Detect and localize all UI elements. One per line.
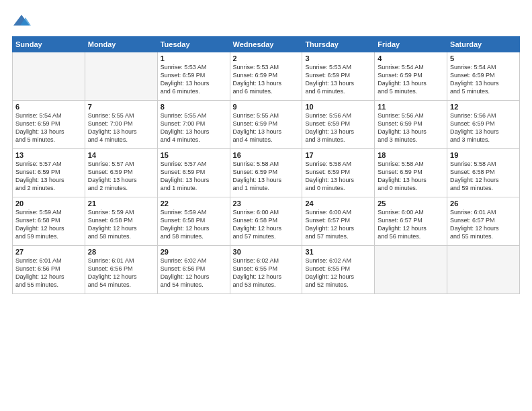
calendar-cell: 10Sunrise: 5:56 AM Sunset: 6:59 PM Dayli…	[302, 101, 375, 149]
day-info: Sunrise: 5:59 AM Sunset: 6:58 PM Dayligh…	[15, 208, 82, 241]
calendar-cell: 7Sunrise: 5:55 AM Sunset: 7:00 PM Daylig…	[85, 101, 157, 149]
day-number: 3	[305, 54, 371, 62]
day-info: Sunrise: 5:55 AM Sunset: 7:00 PM Dayligh…	[88, 111, 154, 144]
day-info: Sunrise: 6:01 AM Sunset: 6:56 PM Dayligh…	[15, 257, 82, 289]
day-info: Sunrise: 5:58 AM Sunset: 6:59 PM Dayligh…	[233, 160, 300, 193]
calendar-cell: 27Sunrise: 6:01 AM Sunset: 6:56 PM Dayli…	[13, 246, 85, 294]
calendar-week-1: 1Sunrise: 5:53 AM Sunset: 6:59 PM Daylig…	[13, 52, 520, 101]
day-number: 13	[15, 151, 82, 159]
day-info: Sunrise: 6:00 AM Sunset: 6:57 PM Dayligh…	[305, 208, 371, 241]
day-info: Sunrise: 5:55 AM Sunset: 7:00 PM Dayligh…	[161, 111, 227, 144]
calendar-cell: 21Sunrise: 5:59 AM Sunset: 6:58 PM Dayli…	[85, 197, 157, 246]
day-number: 9	[233, 103, 300, 111]
day-number: 31	[305, 248, 371, 256]
calendar-week-3: 13Sunrise: 5:57 AM Sunset: 6:59 PM Dayli…	[13, 149, 520, 197]
day-number: 20	[15, 199, 82, 208]
calendar-cell: 22Sunrise: 5:59 AM Sunset: 6:58 PM Dayli…	[157, 197, 230, 246]
calendar-cell: 12Sunrise: 5:56 AM Sunset: 6:59 PM Dayli…	[447, 101, 520, 149]
calendar-cell: 2Sunrise: 5:53 AM Sunset: 6:59 PM Daylig…	[230, 52, 302, 101]
day-number: 17	[305, 151, 371, 159]
day-number: 25	[378, 199, 444, 208]
day-number: 24	[305, 199, 371, 208]
day-info: Sunrise: 5:59 AM Sunset: 6:58 PM Dayligh…	[88, 208, 154, 241]
calendar-header-thursday: Thursday	[302, 37, 375, 52]
calendar-header-row: SundayMondayTuesdayWednesdayThursdayFrid…	[13, 37, 520, 52]
calendar-header-sunday: Sunday	[13, 37, 85, 52]
calendar-cell: 4Sunrise: 5:54 AM Sunset: 6:59 PM Daylig…	[375, 52, 447, 101]
day-number: 4	[378, 54, 444, 62]
day-number: 30	[233, 248, 300, 256]
calendar: SundayMondayTuesdayWednesdayThursdayFrid…	[12, 36, 520, 294]
calendar-header-monday: Monday	[85, 37, 157, 52]
calendar-cell: 23Sunrise: 6:00 AM Sunset: 6:58 PM Dayli…	[230, 197, 302, 246]
calendar-cell: 17Sunrise: 5:58 AM Sunset: 6:59 PM Dayli…	[302, 149, 375, 197]
calendar-cell: 8Sunrise: 5:55 AM Sunset: 7:00 PM Daylig…	[157, 101, 230, 149]
logo	[12, 12, 34, 31]
calendar-header-wednesday: Wednesday	[230, 37, 302, 52]
day-number: 7	[88, 103, 154, 111]
day-info: Sunrise: 5:54 AM Sunset: 6:59 PM Dayligh…	[378, 63, 444, 96]
day-info: Sunrise: 5:54 AM Sunset: 6:59 PM Dayligh…	[450, 63, 517, 96]
day-number: 14	[88, 151, 154, 159]
day-info: Sunrise: 5:53 AM Sunset: 6:59 PM Dayligh…	[161, 63, 227, 96]
calendar-cell	[13, 52, 85, 101]
day-info: Sunrise: 5:56 AM Sunset: 6:59 PM Dayligh…	[450, 111, 517, 144]
day-number: 12	[450, 103, 517, 111]
day-number: 27	[15, 248, 82, 256]
calendar-cell: 24Sunrise: 6:00 AM Sunset: 6:57 PM Dayli…	[302, 197, 375, 246]
calendar-header-tuesday: Tuesday	[157, 37, 230, 52]
calendar-cell: 5Sunrise: 5:54 AM Sunset: 6:59 PM Daylig…	[447, 52, 520, 101]
calendar-cell: 9Sunrise: 5:55 AM Sunset: 6:59 PM Daylig…	[230, 101, 302, 149]
day-info: Sunrise: 5:53 AM Sunset: 6:59 PM Dayligh…	[233, 63, 300, 96]
day-number: 21	[88, 199, 154, 208]
day-number: 1	[161, 54, 227, 62]
day-number: 2	[233, 54, 300, 62]
calendar-cell: 26Sunrise: 6:01 AM Sunset: 6:57 PM Dayli…	[447, 197, 520, 246]
day-number: 28	[88, 248, 154, 256]
calendar-cell: 25Sunrise: 6:00 AM Sunset: 6:57 PM Dayli…	[375, 197, 447, 246]
day-info: Sunrise: 6:02 AM Sunset: 6:56 PM Dayligh…	[161, 257, 227, 289]
day-info: Sunrise: 5:53 AM Sunset: 6:59 PM Dayligh…	[305, 63, 371, 96]
day-number: 29	[161, 248, 227, 256]
calendar-header-friday: Friday	[375, 37, 447, 52]
calendar-cell: 15Sunrise: 5:57 AM Sunset: 6:59 PM Dayli…	[157, 149, 230, 197]
day-number: 10	[305, 103, 371, 111]
calendar-cell	[375, 246, 447, 294]
calendar-cell: 11Sunrise: 5:56 AM Sunset: 6:59 PM Dayli…	[375, 101, 447, 149]
calendar-cell: 31Sunrise: 6:02 AM Sunset: 6:55 PM Dayli…	[302, 246, 375, 294]
calendar-cell: 6Sunrise: 5:54 AM Sunset: 6:59 PM Daylig…	[13, 101, 85, 149]
day-number: 11	[378, 103, 444, 111]
day-number: 19	[450, 151, 517, 159]
calendar-week-4: 20Sunrise: 5:59 AM Sunset: 6:58 PM Dayli…	[13, 197, 520, 246]
calendar-week-5: 27Sunrise: 6:01 AM Sunset: 6:56 PM Dayli…	[13, 246, 520, 294]
day-info: Sunrise: 5:57 AM Sunset: 6:59 PM Dayligh…	[161, 160, 227, 193]
day-info: Sunrise: 5:57 AM Sunset: 6:59 PM Dayligh…	[88, 160, 154, 193]
calendar-cell: 13Sunrise: 5:57 AM Sunset: 6:59 PM Dayli…	[13, 149, 85, 197]
day-info: Sunrise: 6:02 AM Sunset: 6:55 PM Dayligh…	[233, 257, 300, 289]
day-number: 16	[233, 151, 300, 159]
calendar-cell: 28Sunrise: 6:01 AM Sunset: 6:56 PM Dayli…	[85, 246, 157, 294]
day-number: 6	[15, 103, 82, 111]
day-info: Sunrise: 5:56 AM Sunset: 6:59 PM Dayligh…	[305, 111, 371, 144]
day-number: 8	[161, 103, 227, 111]
calendar-cell: 1Sunrise: 5:53 AM Sunset: 6:59 PM Daylig…	[157, 52, 230, 101]
day-info: Sunrise: 5:58 AM Sunset: 6:59 PM Dayligh…	[378, 160, 444, 193]
calendar-cell: 19Sunrise: 5:58 AM Sunset: 6:58 PM Dayli…	[447, 149, 520, 197]
logo-icon	[12, 12, 31, 31]
day-info: Sunrise: 6:00 AM Sunset: 6:58 PM Dayligh…	[233, 208, 300, 241]
calendar-cell: 16Sunrise: 5:58 AM Sunset: 6:59 PM Dayli…	[230, 149, 302, 197]
day-info: Sunrise: 5:54 AM Sunset: 6:59 PM Dayligh…	[15, 111, 82, 144]
calendar-cell	[447, 246, 520, 294]
day-number: 18	[378, 151, 444, 159]
calendar-header-saturday: Saturday	[447, 37, 520, 52]
day-number: 5	[450, 54, 517, 62]
day-number: 26	[450, 199, 517, 208]
calendar-cell: 29Sunrise: 6:02 AM Sunset: 6:56 PM Dayli…	[157, 246, 230, 294]
calendar-body: 1Sunrise: 5:53 AM Sunset: 6:59 PM Daylig…	[13, 52, 520, 294]
calendar-week-2: 6Sunrise: 5:54 AM Sunset: 6:59 PM Daylig…	[13, 101, 520, 149]
calendar-cell: 30Sunrise: 6:02 AM Sunset: 6:55 PM Dayli…	[230, 246, 302, 294]
calendar-cell: 3Sunrise: 5:53 AM Sunset: 6:59 PM Daylig…	[302, 52, 375, 101]
day-info: Sunrise: 5:59 AM Sunset: 6:58 PM Dayligh…	[161, 208, 227, 241]
calendar-cell: 18Sunrise: 5:58 AM Sunset: 6:59 PM Dayli…	[375, 149, 447, 197]
day-info: Sunrise: 5:57 AM Sunset: 6:59 PM Dayligh…	[15, 160, 82, 193]
